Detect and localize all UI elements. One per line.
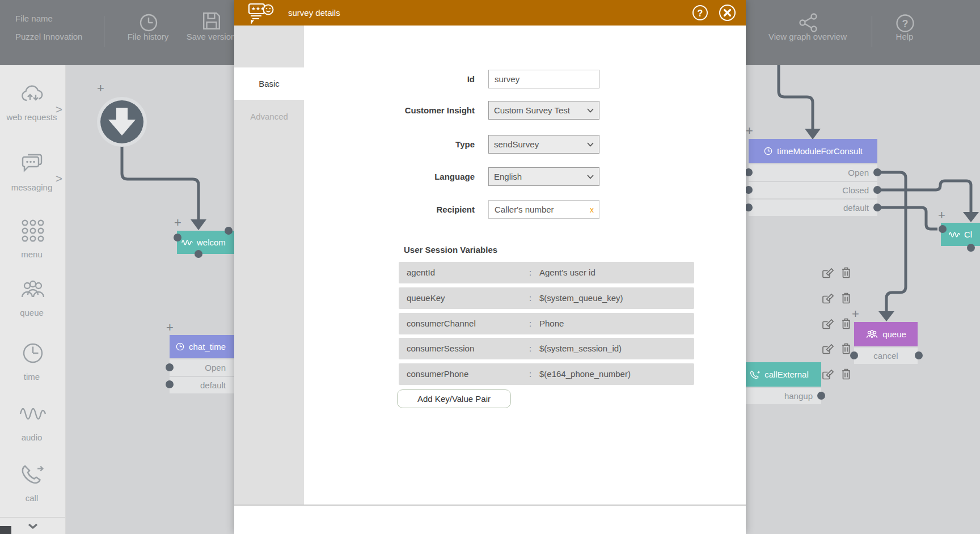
variable-row: consumerSession : $(system_session_id): [399, 338, 694, 359]
corner-scroll-fragment: [0, 526, 11, 534]
chevron-down-icon: [28, 523, 38, 529]
phone-out-icon: [750, 370, 761, 379]
sidebar-item-label: web requests: [0, 112, 64, 122]
language-value: English: [494, 172, 522, 181]
connector-dot[interactable]: [939, 225, 947, 233]
variable-value: Agent's user id: [539, 262, 595, 283]
recipient-input[interactable]: Caller's number x: [488, 200, 599, 219]
key-value-separator: :: [529, 287, 531, 309]
edit-variable-button[interactable]: [821, 342, 834, 355]
modal-header: ★★★ survey details ?: [234, 0, 746, 26]
node-chat-time[interactable]: chat_time Open default: [170, 335, 234, 393]
variable-row: queueKey : $(system_queue_key): [399, 287, 694, 309]
connector-dot[interactable]: [166, 380, 174, 388]
port-closed[interactable]: Closed: [749, 182, 877, 198]
chevron-right-icon[interactable]: >: [56, 103, 62, 116]
language-label: Language: [350, 167, 475, 186]
connector-dot[interactable]: [225, 227, 233, 235]
sidebar-item-label: audio: [0, 433, 64, 442]
connector-dot[interactable]: [967, 244, 975, 252]
modal-help-button[interactable]: ?: [692, 5, 710, 23]
arrowhead: [963, 212, 979, 222]
id-label: Id: [350, 70, 475, 88]
trash-icon: [840, 342, 852, 355]
edit-icon: [821, 266, 834, 279]
variable-key: consumerSession: [407, 338, 474, 359]
edit-variable-button[interactable]: [821, 292, 834, 304]
variable-row: consumerPhone : $(e164_phone_number): [399, 363, 694, 385]
edit-icon: [821, 342, 834, 355]
type-select[interactable]: sendSurvey: [488, 135, 599, 154]
node-queue[interactable]: queue cancel: [854, 322, 918, 364]
connector-start-to-welcome: [122, 143, 198, 221]
clear-recipient-button[interactable]: x: [590, 205, 594, 214]
connector-dot[interactable]: [745, 168, 753, 176]
delete-variable-button[interactable]: [839, 368, 853, 380]
key-value-separator: :: [529, 338, 531, 359]
connector-dot[interactable]: [873, 204, 881, 211]
port-cancel[interactable]: cancel: [854, 347, 918, 364]
connector-dot[interactable]: [174, 234, 181, 241]
connector-into-timemodule: [779, 65, 813, 130]
node-welcome[interactable]: welcom: [177, 231, 234, 254]
connector-dot[interactable]: [817, 392, 825, 400]
clock-icon: [175, 342, 185, 351]
add-node-plus[interactable]: +: [174, 217, 181, 228]
variable-row: agentId : Agent's user id: [399, 262, 694, 283]
module-sidebar: web requests > messaging >: [0, 65, 66, 534]
language-select[interactable]: English: [488, 167, 599, 186]
start-node[interactable]: [100, 100, 143, 143]
delete-variable-button[interactable]: [839, 317, 853, 330]
connector-dot[interactable]: [873, 186, 881, 194]
sidebar-item-label: queue: [0, 308, 64, 317]
connector-dot[interactable]: [195, 250, 202, 258]
save-floppy-icon: [202, 11, 221, 31]
port-open[interactable]: Open: [749, 164, 877, 181]
add-node-plus[interactable]: +: [746, 125, 753, 137]
recipient-value: Caller's number: [495, 205, 554, 214]
port-default[interactable]: default: [749, 200, 877, 216]
id-input[interactable]: survey: [488, 70, 599, 88]
delete-variable-button[interactable]: [839, 266, 853, 279]
port-hangup[interactable]: hangup: [737, 388, 821, 404]
connector-dot[interactable]: [915, 351, 923, 359]
add-node-plus[interactable]: +: [938, 210, 945, 221]
modal-close-button[interactable]: [719, 4, 737, 22]
waveform-icon: [949, 231, 960, 239]
variable-key: consumerPhone: [407, 363, 468, 385]
chevron-down-icon: [587, 108, 594, 113]
node-time-module[interactable]: timeModuleForConsult Open Closed default: [749, 139, 877, 216]
start-arrow-icon: [100, 100, 143, 143]
view-graph-overview-label: View graph overview: [757, 32, 859, 41]
variable-key: agentId: [407, 262, 435, 283]
add-node-plus[interactable]: +: [166, 322, 174, 333]
connector-dot[interactable]: [166, 363, 174, 371]
add-node-plus[interactable]: +: [97, 83, 104, 94]
add-key-value-pair-button[interactable]: Add Key/Value Pair: [397, 389, 511, 408]
edit-variable-button[interactable]: [821, 368, 834, 380]
edit-variable-button[interactable]: [821, 317, 834, 330]
variable-value: Phone: [539, 313, 564, 334]
port-open[interactable]: Open: [170, 359, 234, 376]
connector-dot[interactable]: [745, 204, 753, 211]
connector-dot[interactable]: [873, 168, 881, 176]
id-value: survey: [495, 74, 519, 84]
node-clipped-audio[interactable]: Cl: [941, 223, 980, 246]
delete-variable-button[interactable]: [839, 292, 853, 304]
key-value-separator: :: [529, 313, 531, 334]
customer-insight-value: Custom Survey Test: [494, 105, 570, 115]
app-window: + + + + + + welcom chat_time Open: [0, 0, 980, 534]
port-default[interactable]: default: [170, 377, 234, 393]
tab-basic[interactable]: Basic: [234, 67, 304, 100]
chevron-right-icon[interactable]: >: [56, 172, 62, 185]
key-value-separator: :: [529, 262, 531, 283]
node-call-external[interactable]: callExternal hangup: [737, 362, 821, 404]
chat-bubbles-icon: [20, 151, 46, 174]
delete-variable-button[interactable]: [839, 342, 853, 355]
customer-insight-select[interactable]: Custom Survey Test: [488, 101, 599, 120]
edit-variable-button[interactable]: [821, 266, 834, 279]
tab-advanced[interactable]: Advanced: [234, 100, 304, 133]
help-icon: ?: [895, 13, 915, 33]
connector-dot[interactable]: [745, 186, 753, 194]
svg-text:?: ?: [698, 9, 703, 18]
